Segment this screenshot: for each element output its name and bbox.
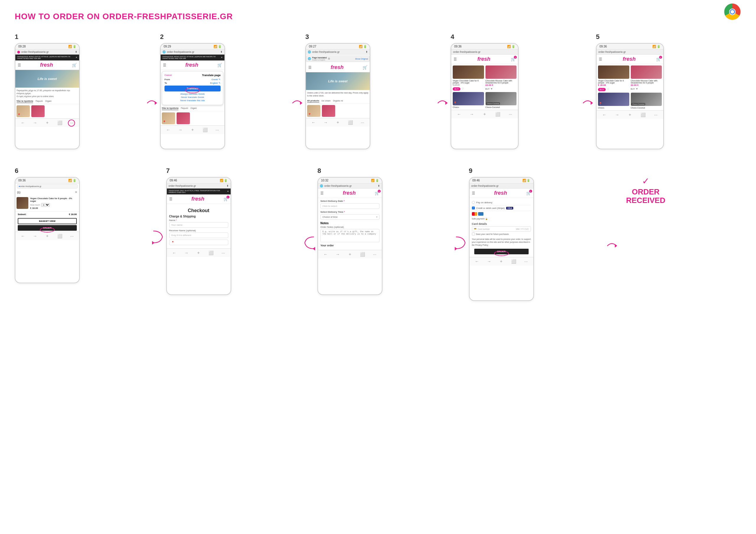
back-btn-1[interactable]: ← — [21, 120, 25, 125]
back-btn-9[interactable]: ← — [475, 259, 479, 264]
url-bar-7[interactable]: order-freshpatisserie.gr ⬆ — [167, 184, 230, 189]
add-tab-btn-5[interactable]: ＋ — [628, 112, 632, 117]
wishlist-5a[interactable]: ♡ — [607, 88, 609, 91]
wishlist-4b[interactable]: ♥ — [491, 87, 492, 90]
product-thumb-1b[interactable] — [31, 105, 44, 117]
more-btn-2[interactable]: ··· — [216, 127, 219, 132]
tab-organic-3[interactable]: Organic mi — [333, 100, 343, 103]
hamburger-icon-9[interactable]: ☰ — [472, 191, 475, 195]
tab-all-1[interactable]: Όλα τα προϊόντα — [16, 100, 33, 103]
tabs-btn-5[interactable]: ⬜ — [640, 113, 646, 117]
tabs-btn-3[interactable]: ⬜ — [348, 120, 353, 125]
tab-organic-2[interactable]: Organi — [190, 107, 197, 110]
cart-icon-8[interactable]: 🛒1 — [375, 191, 379, 195]
product-img-5a[interactable] — [598, 65, 629, 79]
more-btn-7[interactable]: ··· — [222, 250, 225, 255]
hamburger-icon-4[interactable]: ☰ — [454, 57, 457, 62]
tabs-btn-4[interactable]: ⬜ — [495, 112, 500, 116]
order-final-btn-9[interactable]: ORDER — [474, 249, 528, 254]
url-bar-4[interactable]: order-freshpatisserie.gr — [451, 50, 518, 55]
forward-btn-7[interactable]: → — [184, 250, 188, 255]
add-tab-btn-4[interactable]: ＋ — [482, 112, 487, 117]
tab-all-2[interactable]: Όλα τα προϊόντα — [162, 107, 178, 110]
url-bar-6[interactable]: ● order-freshpatisserie.gr — [17, 184, 78, 189]
more-btn-8[interactable]: ··· — [373, 252, 377, 257]
back-btn-5[interactable]: ← — [603, 113, 607, 117]
url-bar-3[interactable]: 🌐 order-freshpatisserie.gr ⬆ — [306, 50, 370, 55]
show-original-btn[interactable]: Show Original — [355, 58, 368, 60]
cart-icon-7[interactable]: 🛒1 — [224, 197, 228, 201]
product-thumb-3a[interactable]: 📍 — [307, 105, 320, 117]
cart-icon-2[interactable]: 🛒 — [217, 63, 222, 67]
back-btn-2[interactable]: ← — [166, 127, 170, 132]
tab-organic-1[interactable]: Organi — [45, 100, 51, 103]
back-btn-3[interactable]: ← — [311, 120, 316, 125]
back-btn-8[interactable]: ← — [324, 252, 328, 257]
tab-all-3[interactable]: All products — [307, 100, 319, 103]
forward-btn-8[interactable]: → — [336, 252, 340, 257]
phone-input-7[interactable]: 📍 — [169, 240, 228, 245]
product-img-5c[interactable]: 📍 — [598, 93, 629, 106]
hamburger-icon-7[interactable]: ☰ — [169, 197, 173, 201]
pay-on-delivery-option[interactable]: Pay on delivery — [472, 200, 531, 205]
add-tab-btn-6[interactable]: ＋ — [45, 233, 49, 239]
add-tab-btn-8[interactable]: ＋ — [348, 252, 352, 257]
time-field-8[interactable]: Choice of time ▾ — [320, 214, 379, 220]
tabs-btn-6[interactable]: ⬜ — [57, 234, 62, 239]
qty-select-6[interactable]: 1 — [41, 203, 50, 207]
forward-btn-3[interactable]: → — [324, 120, 328, 125]
gear-icon-sm[interactable]: ⚙ — [328, 57, 330, 60]
card-number-field[interactable]: 💳 Card number MM / YY CVC — [472, 226, 531, 232]
tabs-btn-8[interactable]: ⬜ — [360, 252, 365, 257]
forward-btn-4[interactable]: → — [470, 112, 474, 116]
buy-btn-5a[interactable]: BUY — [598, 88, 606, 91]
product-thumb-2b[interactable] — [176, 113, 190, 124]
buy-label-5b[interactable]: BUY — [631, 88, 635, 90]
more-btn-4[interactable]: ··· — [509, 112, 512, 116]
more-btn-5[interactable]: ··· — [654, 113, 658, 117]
buy-btn-4a[interactable]: BUY — [453, 87, 460, 90]
cart-icon-5[interactable]: 🛒1 — [656, 57, 661, 62]
product-img-4d[interactable]: Choco-Coconut — [485, 92, 517, 105]
product-thumb-2a[interactable]: 📍 — [162, 113, 175, 124]
back-btn-4[interactable]: ← — [457, 112, 461, 116]
add-tab-btn-9[interactable]: ＋ — [499, 259, 503, 264]
tab-ice-3[interactable]: Ice cream — [322, 100, 331, 103]
receiver-input-7[interactable]: Only if it is different — [169, 233, 228, 238]
order-btn-6[interactable]: ORDER — [18, 225, 77, 231]
tabs-btn-7[interactable]: ⬜ — [208, 250, 213, 255]
date-field-8[interactable]: Click to select — [320, 203, 379, 209]
cart-icon-1[interactable]: 🛒 — [72, 63, 77, 67]
wishlist-5b[interactable]: ♥ — [636, 87, 637, 90]
hamburger-icon-5[interactable]: ☰ — [599, 57, 602, 62]
back-btn-6[interactable]: ← — [21, 234, 25, 239]
cart-icon-9[interactable]: 🛒1 — [526, 191, 531, 195]
forward-btn-6[interactable]: → — [33, 234, 37, 239]
product-img-5d[interactable]: Choco-Coconut — [631, 93, 662, 106]
add-tab-btn-1[interactable]: ＋ — [45, 120, 49, 125]
add-tab-btn-2[interactable]: ＋ — [190, 127, 195, 133]
more-btn-3[interactable]: ··· — [361, 120, 364, 125]
translate-btn[interactable]: Translate — [165, 86, 221, 91]
name-input-7[interactable]: Your name — [169, 222, 228, 228]
always-translate-btn[interactable]: Always translate Greek — [165, 93, 221, 95]
tab-ice-2[interactable]: Παγωτό — [181, 107, 188, 110]
more-btn-1[interactable]: ··· — [70, 120, 74, 125]
url-bar-5[interactable]: order-freshpatisserie.gr — [597, 50, 663, 55]
product-img-4a[interactable] — [453, 65, 484, 79]
tabs-btn-9[interactable]: ⬜ — [511, 259, 516, 264]
hamburger-icon-2[interactable]: ☰ — [163, 63, 166, 67]
tabs-btn-1[interactable]: ⬜ — [57, 120, 62, 125]
forward-btn-9[interactable]: → — [487, 259, 491, 264]
wishlist-4a[interactable]: ♡ — [462, 87, 464, 90]
product-img-4c[interactable]: 📍 — [453, 92, 484, 105]
translate-cancel-btn[interactable]: Cancel — [165, 74, 172, 77]
notes-textarea-8[interactable] — [320, 229, 379, 242]
url-bar-9[interactable]: order-freshpatisserie.gr — [470, 184, 533, 189]
save-card-checkbox[interactable] — [472, 233, 475, 236]
forward-btn-2[interactable]: → — [178, 127, 182, 132]
hamburger-icon-3[interactable]: ☰ — [308, 65, 311, 70]
tab-ice-1[interactable]: Παγωτό — [36, 100, 43, 103]
close-banner-2[interactable]: ✕ — [221, 56, 223, 59]
credit-card-option[interactable]: ✓ Credit or debit card (Stripe) VISA — [472, 205, 531, 211]
